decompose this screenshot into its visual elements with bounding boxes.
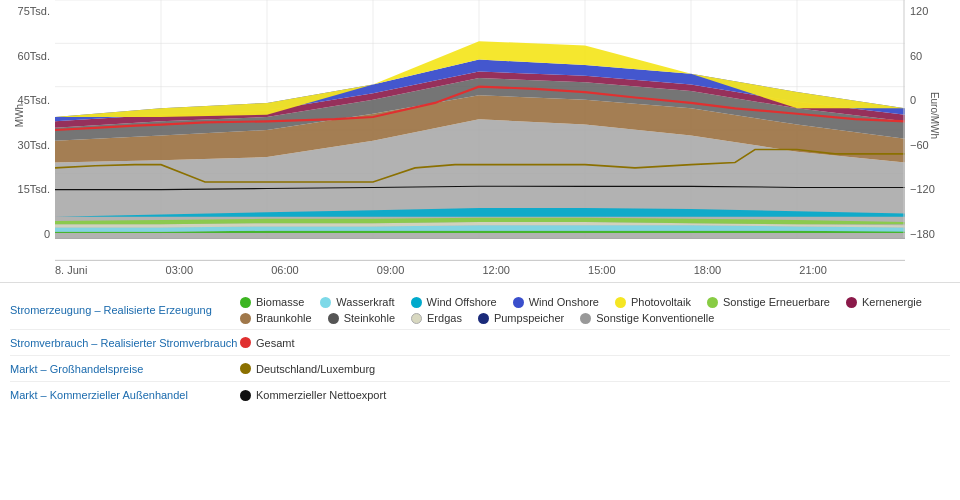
wasserkraft-dot (320, 297, 331, 308)
erdgas-label: Erdgas (427, 312, 462, 324)
steinkohle-label: Steinkohle (344, 312, 395, 324)
legend-item-kernenergie: Kernenergie (846, 296, 922, 308)
legend-row-markt: Markt – Großhandelspreise Deutschland/Lu… (10, 356, 950, 382)
legend-item-sonstige-konventionelle: Sonstige Konventionelle (580, 312, 714, 324)
y-right-120: 120 (910, 5, 928, 17)
pumpspeicher-label: Pumpspeicher (494, 312, 564, 324)
y-right-minus120: −120 (910, 183, 935, 195)
wasserkraft-label: Wasserkraft (336, 296, 394, 308)
photovoltaik-dot (615, 297, 626, 308)
y-tick-60: 60Tsd. (18, 50, 50, 62)
legend-items-aussenhandel: Kommerzieller Nettoexport (240, 389, 386, 401)
biomasse-dot (240, 297, 251, 308)
legend-item-wind-onshore: Wind Onshore (513, 296, 599, 308)
deutschland-dot (240, 363, 251, 374)
legend-row-aussenhandel: Markt – Kommerzieller Außenhandel Kommer… (10, 382, 950, 408)
x-tick-09: 09:00 (377, 264, 405, 276)
sonstige-konventionelle-dot (580, 313, 591, 324)
x-tick-8juni: 8. Juni (55, 264, 87, 276)
legend-item-wasserkraft: Wasserkraft (320, 296, 394, 308)
gesamt-dot (240, 337, 251, 348)
biomasse-label: Biomasse (256, 296, 304, 308)
nettoexport-label: Kommerzieller Nettoexport (256, 389, 386, 401)
x-tick-12: 12:00 (482, 264, 510, 276)
legend-title-verbrauch: Stromverbrauch – Realisierter Stromverbr… (10, 337, 240, 349)
legend-item-steinkohle: Steinkohle (328, 312, 395, 324)
legend-items-markt: Deutschland/Luxemburg (240, 363, 375, 375)
sonstige-erneuerbare-label: Sonstige Erneuerbare (723, 296, 830, 308)
x-tick-21: 21:00 (799, 264, 827, 276)
main-container: 75Tsd. 60Tsd. 45Tsd. 30Tsd. 15Tsd. 0 (0, 0, 960, 500)
braunkohle-dot (240, 313, 251, 324)
legend-title-aussenhandel: Markt – Kommerzieller Außenhandel (10, 389, 240, 401)
pumpspeicher-dot (478, 313, 489, 324)
kernenergie-label: Kernenergie (862, 296, 922, 308)
steinkohle-dot (328, 313, 339, 324)
y-right-60: 60 (910, 50, 922, 62)
braunkohle-label: Braunkohle (256, 312, 312, 324)
wind-offshore-label: Wind Offshore (427, 296, 497, 308)
nettoexport-dot (240, 390, 251, 401)
y-right-minus60: −60 (910, 139, 929, 151)
photovoltaik-label: Photovoltaik (631, 296, 691, 308)
legend-item-erdgas: Erdgas (411, 312, 462, 324)
legend-item-deutschland: Deutschland/Luxemburg (240, 363, 375, 375)
y-label-mwh: MWh (14, 104, 25, 127)
y-tick-75: 75Tsd. (18, 5, 50, 17)
erdgas-dot (411, 313, 422, 324)
x-tick-06: 06:00 (271, 264, 299, 276)
legend-row-erzeugung: Stromerzeugung – Realisierte Erzeugung B… (10, 291, 950, 330)
legend-item-wind-offshore: Wind Offshore (411, 296, 497, 308)
chart-svg (55, 0, 905, 260)
legend-item-nettoexport: Kommerzieller Nettoexport (240, 389, 386, 401)
y-label-euro: Euro/MWh (929, 92, 940, 139)
chart-area: 75Tsd. 60Tsd. 45Tsd. 30Tsd. 15Tsd. 0 (0, 0, 960, 260)
y-axis-left: 75Tsd. 60Tsd. 45Tsd. 30Tsd. 15Tsd. 0 (0, 0, 55, 260)
x-axis: 8. Juni 03:00 06:00 09:00 12:00 15:00 18… (55, 260, 905, 282)
legend-item-gesamt: Gesamt (240, 337, 295, 349)
legend-item-biomasse: Biomasse (240, 296, 304, 308)
y-tick-0: 0 (44, 228, 50, 240)
legend-title-erzeugung: Stromerzeugung – Realisierte Erzeugung (10, 304, 240, 316)
x-tick-15: 15:00 (588, 264, 616, 276)
legend-row-verbrauch: Stromverbrauch – Realisierter Stromverbr… (10, 330, 950, 356)
y-right-minus180: −180 (910, 228, 935, 240)
y-right-0: 0 (910, 94, 916, 106)
legend-item-sonstige-erneuerbare: Sonstige Erneuerbare (707, 296, 830, 308)
legend-items-erzeugung: Biomasse Wasserkraft Wind Offshore Wind … (240, 296, 950, 324)
sonstige-konventionelle-label: Sonstige Konventionelle (596, 312, 714, 324)
chart-inner (55, 0, 905, 260)
x-tick-03: 03:00 (166, 264, 194, 276)
y-tick-15: 15Tsd. (18, 183, 50, 195)
deutschland-label: Deutschland/Luxemburg (256, 363, 375, 375)
legend-item-pumpspeicher: Pumpspeicher (478, 312, 564, 324)
legend-item-photovoltaik: Photovoltaik (615, 296, 691, 308)
legend-area: Stromerzeugung – Realisierte Erzeugung B… (0, 282, 960, 500)
y-tick-30: 30Tsd. (18, 139, 50, 151)
legend-item-braunkohle: Braunkohle (240, 312, 312, 324)
sonstige-erneuerbare-dot (707, 297, 718, 308)
kernenergie-dot (846, 297, 857, 308)
legend-items-verbrauch: Gesamt (240, 337, 295, 349)
wind-onshore-label: Wind Onshore (529, 296, 599, 308)
gesamt-label: Gesamt (256, 337, 295, 349)
wind-offshore-dot (411, 297, 422, 308)
legend-title-markt: Markt – Großhandelspreise (10, 363, 240, 375)
x-tick-18: 18:00 (694, 264, 722, 276)
wind-onshore-dot (513, 297, 524, 308)
